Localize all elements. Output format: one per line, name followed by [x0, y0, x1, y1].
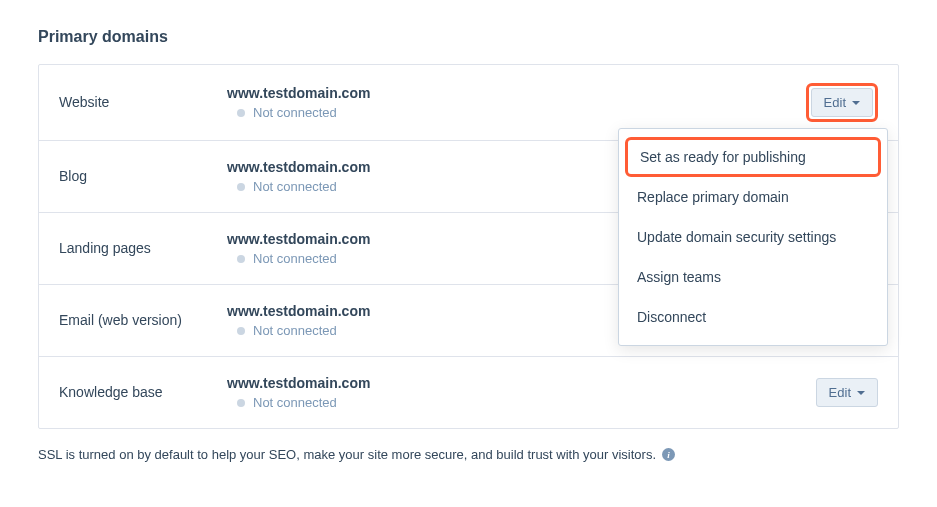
- status-dot-icon: [237, 183, 245, 191]
- domain-name: www.testdomain.com: [227, 85, 798, 101]
- menu-item-set-ready[interactable]: Set as ready for publishing: [625, 137, 881, 177]
- edit-button[interactable]: Edit: [816, 378, 878, 407]
- edit-button-label: Edit: [824, 95, 846, 110]
- status-dot-icon: [237, 327, 245, 335]
- domain-type-label: Blog: [59, 167, 227, 185]
- domain-status: Not connected: [253, 251, 337, 266]
- status-dot-icon: [237, 109, 245, 117]
- edit-button-label: Edit: [829, 385, 851, 400]
- caret-down-icon: [857, 391, 865, 395]
- domain-name: www.testdomain.com: [227, 375, 798, 391]
- menu-item-replace-domain[interactable]: Replace primary domain: [619, 177, 887, 217]
- status-dot-icon: [237, 399, 245, 407]
- ssl-note: SSL is turned on by default to help your…: [38, 447, 899, 462]
- info-icon[interactable]: i: [662, 448, 675, 461]
- menu-item-disconnect[interactable]: Disconnect: [619, 297, 887, 337]
- status-dot-icon: [237, 255, 245, 263]
- caret-down-icon: [852, 101, 860, 105]
- edit-dropdown-menu: Set as ready for publishing Replace prim…: [618, 128, 888, 346]
- menu-item-security-settings[interactable]: Update domain security settings: [619, 217, 887, 257]
- ssl-note-text: SSL is turned on by default to help your…: [38, 447, 656, 462]
- domain-type-label: Knowledge base: [59, 383, 227, 401]
- table-row: Knowledge base www.testdomain.com Not co…: [39, 357, 898, 428]
- menu-item-assign-teams[interactable]: Assign teams: [619, 257, 887, 297]
- domain-type-label: Website: [59, 93, 227, 111]
- domain-status: Not connected: [253, 179, 337, 194]
- section-title: Primary domains: [38, 28, 899, 46]
- domain-status: Not connected: [253, 323, 337, 338]
- domain-cell: www.testdomain.com Not connected: [227, 375, 798, 410]
- domain-type-label: Email (web version): [59, 311, 227, 329]
- edit-button[interactable]: Edit: [811, 88, 873, 117]
- edit-button-highlight: Edit: [806, 83, 878, 122]
- domain-cell: www.testdomain.com Not connected: [227, 85, 798, 120]
- domain-status: Not connected: [253, 105, 337, 120]
- domain-status: Not connected: [253, 395, 337, 410]
- domain-type-label: Landing pages: [59, 239, 227, 257]
